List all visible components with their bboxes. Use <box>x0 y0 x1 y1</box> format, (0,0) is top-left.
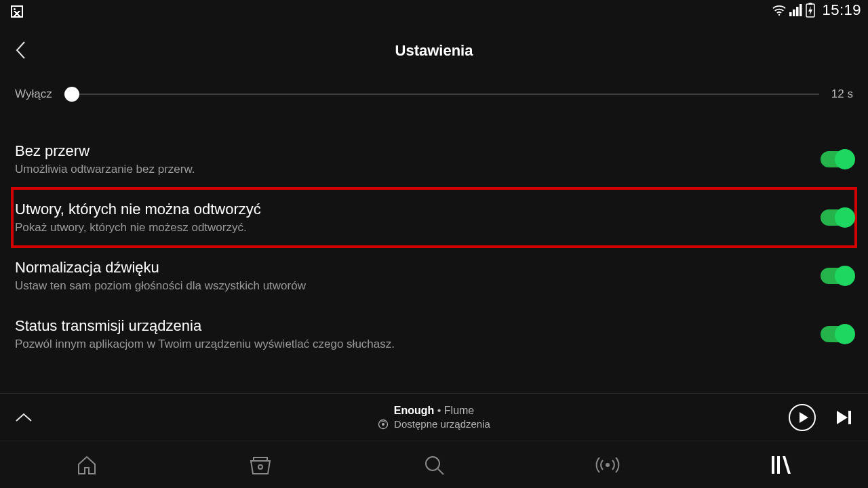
nav-library[interactable] <box>768 451 795 479</box>
nav-radio[interactable] <box>594 451 621 479</box>
setting-row[interactable]: Normalizacja dźwiękuUstaw ten sam poziom… <box>15 247 853 305</box>
clock-label: 15:19 <box>822 1 861 19</box>
devices-icon <box>378 419 389 430</box>
battery-charging-icon <box>806 3 815 18</box>
search-icon <box>422 453 446 476</box>
svg-point-0 <box>778 14 780 16</box>
svg-rect-3 <box>796 7 799 16</box>
slider-value-label: 12 s <box>831 87 853 101</box>
setting-text: Utwory, których nie można odtworzyćPokaż… <box>15 201 261 235</box>
status-bar: 15:19 <box>0 0 868 20</box>
svg-rect-6 <box>809 3 812 5</box>
wifi-icon <box>772 4 787 16</box>
setting-text: Normalizacja dźwiękuUstaw ten sam poziom… <box>15 259 306 293</box>
setting-title: Utwory, których nie można odtworzyć <box>15 201 261 218</box>
nav-search[interactable] <box>420 451 448 479</box>
toggle-switch[interactable] <box>821 209 853 226</box>
svg-point-9 <box>382 423 384 426</box>
svg-rect-2 <box>793 9 795 16</box>
svg-point-15 <box>426 457 439 470</box>
svg-marker-11 <box>800 412 808 423</box>
toggle-switch[interactable] <box>821 268 853 284</box>
svg-rect-13 <box>848 411 851 424</box>
toggle-switch[interactable] <box>821 326 853 342</box>
setting-subtitle: Pokaż utwory, których nie możesz odtworz… <box>15 221 261 235</box>
browse-icon <box>248 453 273 476</box>
toggle-switch[interactable] <box>821 151 853 167</box>
library-icon <box>769 453 793 476</box>
play-button[interactable] <box>788 403 816 432</box>
skip-next-icon <box>834 408 853 427</box>
next-track-button[interactable] <box>834 408 853 427</box>
svg-marker-12 <box>837 411 848 424</box>
page-header: Ustawienia <box>0 34 868 68</box>
play-icon <box>788 403 816 432</box>
svg-point-8 <box>379 420 388 428</box>
nav-home[interactable] <box>73 451 100 479</box>
svg-rect-1 <box>789 12 792 16</box>
setting-subtitle: Pozwól innym aplikacjom w Twoim urządzen… <box>15 338 395 351</box>
svg-marker-7 <box>808 6 812 16</box>
expand-now-playing-button[interactable] <box>15 412 33 423</box>
svg-marker-20 <box>783 456 791 474</box>
setting-row[interactable]: Status transmisji urządzeniaPozwól innym… <box>15 305 853 363</box>
slider-off-label: Wyłącz <box>15 87 52 101</box>
bottom-nav <box>0 441 868 488</box>
nav-browse[interactable] <box>247 451 274 479</box>
crossfade-slider[interactable] <box>64 94 819 95</box>
radio-icon <box>594 453 621 476</box>
settings-content: Wyłącz 12 s Bez przerwUmożliwia odtwarza… <box>0 81 868 393</box>
setting-title: Status transmisji urządzenia <box>15 317 395 335</box>
setting-text: Status transmisji urządzeniaPozwól innym… <box>15 317 395 351</box>
chevron-up-icon <box>15 412 33 423</box>
svg-line-16 <box>438 469 443 474</box>
now-playing-artist: Flume <box>444 405 474 416</box>
crossfade-slider-row: Wyłącz 12 s <box>15 81 853 107</box>
svg-point-14 <box>258 465 262 469</box>
svg-point-17 <box>606 463 610 467</box>
setting-text: Bez przerwUmożliwia odtwarzanie bez prze… <box>15 142 195 176</box>
setting-row[interactable]: Bez przerwUmożliwia odtwarzanie bez prze… <box>15 130 853 188</box>
devices-available-label: Dostępne urządzenia <box>394 418 490 430</box>
setting-row[interactable]: Utwory, których nie można odtworzyćPokaż… <box>12 188 856 247</box>
image-notification-icon <box>11 5 23 18</box>
svg-rect-18 <box>772 456 774 474</box>
svg-rect-4 <box>800 4 802 16</box>
home-icon <box>75 453 98 476</box>
slider-thumb[interactable] <box>64 87 79 102</box>
setting-title: Normalizacja dźwięku <box>15 259 306 277</box>
setting-subtitle: Umożliwia odtwarzanie bez przerw. <box>15 163 195 176</box>
now-playing-separator: • <box>434 405 444 416</box>
page-title: Ustawienia <box>395 42 473 60</box>
setting-subtitle: Ustaw ten sam poziom głośności dla wszys… <box>15 279 306 293</box>
svg-rect-19 <box>777 456 780 474</box>
now-playing-track: Enough <box>394 405 435 416</box>
now-playing-info: Enough • Flume Dostępne urządzenia <box>0 405 868 430</box>
now-playing-bar[interactable]: Enough • Flume Dostępne urządzenia <box>0 393 868 441</box>
cell-signal-icon <box>789 4 803 16</box>
setting-title: Bez przerw <box>15 142 195 160</box>
